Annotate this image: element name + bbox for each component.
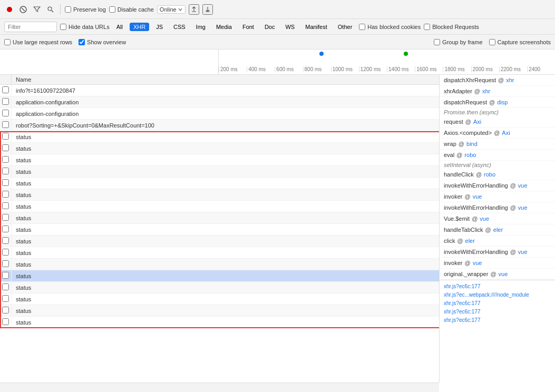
row-checkbox[interactable] — [2, 307, 9, 313]
row-checkbox[interactable] — [2, 133, 9, 140]
callstack-link[interactable]: robo — [464, 151, 476, 159]
blocked-requests-checkbox[interactable]: Blocked Requests — [424, 24, 479, 30]
status-bar — [0, 383, 439, 392]
callstack-at: @ — [464, 192, 470, 201]
row-checkbox[interactable] — [2, 237, 9, 244]
row-checkbox[interactable] — [2, 98, 9, 105]
callstack-link[interactable]: Axi — [473, 117, 481, 126]
row-name: status — [12, 143, 455, 154]
bottom-link[interactable]: xhr.js?ec6c:177 — [444, 299, 551, 308]
callstack-function-name: invokeWithErrorHandling — [444, 203, 508, 212]
row-checkbox[interactable] — [2, 283, 9, 290]
row-checkbox[interactable] — [2, 168, 9, 174]
filter-media-btn[interactable]: Media — [212, 23, 236, 31]
search-button[interactable] — [45, 4, 56, 15]
row-checkbox-cell — [0, 166, 12, 178]
callstack-entry: invoker @ vue — [440, 258, 555, 269]
filter-css-btn[interactable]: CSS — [170, 23, 189, 31]
callstack-link[interactable]: xhr — [506, 76, 514, 84]
row-checkbox[interactable] — [2, 249, 9, 256]
row-checkbox[interactable] — [2, 179, 9, 186]
callstack-entry: invokeWithErrorHandling @ vue — [440, 202, 555, 213]
callstack-link[interactable]: eler — [465, 237, 475, 245]
options-bar: Use large request rows Show overview Gro… — [0, 35, 555, 50]
callstack-function-name: original._wrapper — [444, 270, 488, 278]
callstack-link[interactable]: vue — [473, 259, 482, 267]
disable-cache-checkbox[interactable]: Disable cache — [109, 6, 154, 13]
large-rows-checkbox[interactable]: Use large request rows — [4, 39, 72, 45]
upload-button[interactable] — [189, 4, 199, 15]
bottom-link[interactable]: xhr.js?ec...webpack:////node_module — [444, 291, 551, 299]
filter-doc-btn[interactable]: Doc — [261, 23, 279, 31]
ruler-mark: 600 ms — [275, 66, 303, 72]
callstack-link[interactable]: robo — [484, 170, 495, 179]
has-blocked-cookies-checkbox[interactable]: Has blocked cookies — [359, 24, 421, 30]
bottom-link[interactable]: xhr.js?ec6c:177 — [444, 316, 551, 325]
callstack-function-name: Axios.<computed> — [444, 129, 492, 137]
row-checkbox[interactable] — [2, 156, 9, 163]
filter-all-btn[interactable]: All — [113, 23, 126, 31]
ruler-marks: 200 ms400 ms600 ms800 ms1000 ms1200 ms14… — [219, 66, 555, 74]
ruler-mark: 400 ms — [247, 66, 275, 72]
callstack-link[interactable]: Axi — [502, 129, 510, 137]
callstack-at: @ — [490, 270, 496, 278]
callstack-at: @ — [485, 226, 491, 234]
filter-js-btn[interactable]: JS — [152, 23, 167, 31]
filter-input[interactable] — [4, 22, 57, 32]
callstack-at: @ — [510, 181, 516, 190]
record-button[interactable] — [4, 4, 15, 15]
filter-button[interactable] — [32, 4, 42, 15]
callstack-function-name: request — [444, 117, 463, 126]
filter-font-btn[interactable]: Font — [239, 23, 258, 31]
callstack-entry: handleClick @ robo — [440, 169, 555, 180]
callstack-at: @ — [459, 140, 464, 148]
row-checkbox-cell — [0, 131, 12, 143]
capture-screenshots-checkbox[interactable]: Capture screenshots — [489, 39, 551, 45]
callstack-link[interactable]: vue — [499, 270, 508, 278]
callstack-link[interactable]: vue — [518, 181, 528, 190]
row-checkbox-cell — [0, 224, 12, 236]
callstack-link[interactable]: xhr — [482, 87, 490, 95]
show-overview-checkbox[interactable]: Show overview — [79, 39, 126, 45]
filter-ws-btn[interactable]: WS — [281, 23, 298, 31]
bottom-link[interactable]: xhr.js?ec6c:177 — [444, 308, 551, 316]
filter-xhr-btn[interactable]: XHR — [130, 23, 149, 31]
row-checkbox[interactable] — [2, 191, 9, 198]
filter-img-btn[interactable]: Img — [192, 23, 209, 31]
row-checkbox[interactable] — [2, 295, 9, 302]
callstack-function-name: wrap — [444, 140, 456, 148]
toolbar: Preserve log Disable cache Online — [0, 0, 555, 19]
row-checkbox-cell — [0, 282, 12, 293]
stop-button[interactable] — [18, 4, 28, 15]
network-throttle-select[interactable]: Online — [157, 5, 186, 14]
preserve-log-checkbox[interactable]: Preserve log — [65, 6, 106, 13]
row-checkbox[interactable] — [2, 214, 9, 221]
row-checkbox[interactable] — [2, 272, 9, 279]
callstack-link[interactable]: vue — [473, 192, 482, 201]
row-name: application-configuration — [12, 108, 455, 120]
callstack-link[interactable]: vue — [480, 214, 489, 223]
row-checkbox[interactable] — [2, 144, 9, 151]
row-checkbox-cell — [0, 270, 12, 282]
row-checkbox[interactable] — [2, 121, 9, 128]
row-checkbox[interactable] — [2, 202, 9, 209]
callstack-link[interactable]: vue — [518, 203, 528, 212]
row-checkbox-cell — [0, 317, 12, 328]
filter-manifest-btn[interactable]: Manifest — [301, 23, 331, 31]
group-by-frame-checkbox[interactable]: Group by frame — [434, 39, 482, 45]
callstack-link[interactable]: eler — [493, 226, 503, 234]
callstack-link[interactable]: disp — [497, 98, 508, 106]
hide-data-urls-checkbox[interactable]: Hide data URLs — [60, 24, 110, 30]
row-checkbox[interactable] — [2, 110, 9, 116]
callstack-link[interactable]: bind — [466, 140, 478, 148]
name-header[interactable]: Name — [12, 75, 455, 85]
callstack-link[interactable]: vue — [518, 248, 528, 256]
bottom-link[interactable]: xhr.js?ec6c:177 — [444, 282, 551, 291]
callstack-panel[interactable]: dispatchXhrRequest @ xhrxhrAdapter @ xhr… — [439, 75, 555, 383]
row-checkbox[interactable] — [2, 318, 9, 325]
filter-other-btn[interactable]: Other — [334, 23, 356, 31]
row-checkbox[interactable] — [2, 86, 9, 93]
row-checkbox[interactable] — [2, 260, 9, 267]
download-button[interactable] — [202, 4, 213, 15]
row-checkbox[interactable] — [2, 226, 9, 232]
